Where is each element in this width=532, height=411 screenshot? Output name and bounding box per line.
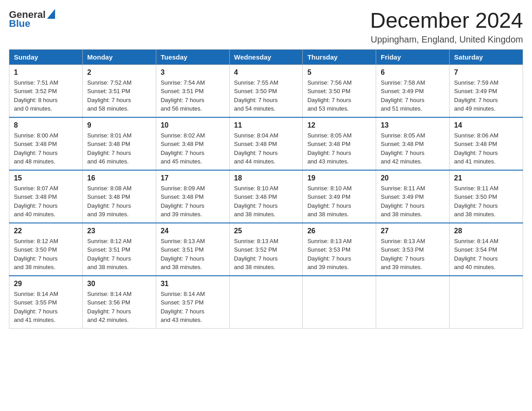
day-info: Sunrise: 8:14 AMSunset: 3:57 PMDaylight:… (161, 290, 225, 325)
calendar-cell: 2 Sunrise: 7:52 AMSunset: 3:51 PMDayligh… (82, 64, 156, 117)
day-number: 25 (234, 227, 298, 235)
day-info: Sunrise: 8:14 AMSunset: 3:56 PMDaylight:… (87, 290, 151, 325)
calendar-cell: 21 Sunrise: 8:11 AMSunset: 3:50 PMDaylig… (450, 170, 523, 223)
weekday-header-saturday: Saturday (450, 49, 523, 64)
day-number: 14 (454, 121, 518, 129)
calendar-cell: 4 Sunrise: 7:55 AMSunset: 3:50 PMDayligh… (229, 64, 303, 117)
calendar-cell (229, 276, 303, 329)
day-info: Sunrise: 8:12 AMSunset: 3:51 PMDaylight:… (87, 237, 151, 272)
day-number: 18 (234, 174, 298, 182)
calendar-table: SundayMondayTuesdayWednesdayThursdayFrid… (9, 49, 523, 329)
day-number: 28 (454, 227, 518, 235)
calendar-cell: 22 Sunrise: 8:12 AMSunset: 3:50 PMDaylig… (9, 223, 83, 276)
day-number: 7 (454, 68, 518, 77)
day-info: Sunrise: 8:05 AMSunset: 3:48 PMDaylight:… (381, 131, 445, 166)
day-number: 11 (234, 121, 298, 129)
calendar-cell: 3 Sunrise: 7:54 AMSunset: 3:51 PMDayligh… (156, 64, 229, 117)
week-row-5: 29 Sunrise: 8:14 AMSunset: 3:55 PMDaylig… (9, 276, 523, 329)
day-number: 21 (454, 174, 518, 182)
day-info: Sunrise: 8:14 AMSunset: 3:54 PMDaylight:… (454, 237, 518, 272)
day-number: 13 (381, 121, 445, 129)
day-number: 27 (381, 227, 445, 235)
day-info: Sunrise: 7:55 AMSunset: 3:50 PMDaylight:… (234, 78, 298, 113)
calendar-cell: 19 Sunrise: 8:10 AMSunset: 3:49 PMDaylig… (303, 170, 376, 223)
calendar-cell: 1 Sunrise: 7:51 AMSunset: 3:52 PMDayligh… (9, 64, 83, 117)
day-info: Sunrise: 8:10 AMSunset: 3:48 PMDaylight:… (234, 184, 298, 219)
calendar-cell: 8 Sunrise: 8:00 AMSunset: 3:48 PMDayligh… (9, 117, 83, 170)
day-number: 24 (161, 227, 225, 235)
weekday-header-thursday: Thursday (303, 49, 376, 64)
calendar-cell (376, 276, 450, 329)
day-info: Sunrise: 8:09 AMSunset: 3:48 PMDaylight:… (161, 184, 225, 219)
day-number: 23 (87, 227, 151, 235)
day-number: 22 (14, 227, 78, 235)
calendar-cell: 13 Sunrise: 8:05 AMSunset: 3:48 PMDaylig… (376, 117, 450, 170)
day-info: Sunrise: 7:59 AMSunset: 3:49 PMDaylight:… (454, 78, 518, 113)
svg-marker-0 (47, 9, 55, 19)
day-info: Sunrise: 8:13 AMSunset: 3:52 PMDaylight:… (234, 237, 298, 272)
day-number: 12 (307, 121, 371, 129)
week-row-4: 22 Sunrise: 8:12 AMSunset: 3:50 PMDaylig… (9, 223, 523, 276)
day-number: 19 (307, 174, 371, 182)
day-number: 9 (87, 121, 151, 129)
calendar-cell: 11 Sunrise: 8:04 AMSunset: 3:48 PMDaylig… (229, 117, 303, 170)
calendar-cell: 20 Sunrise: 8:11 AMSunset: 3:49 PMDaylig… (376, 170, 450, 223)
calendar-cell: 31 Sunrise: 8:14 AMSunset: 3:57 PMDaylig… (156, 276, 229, 329)
day-info: Sunrise: 8:12 AMSunset: 3:50 PMDaylight:… (14, 237, 78, 272)
weekday-header-wednesday: Wednesday (229, 49, 303, 64)
day-info: Sunrise: 8:01 AMSunset: 3:48 PMDaylight:… (87, 131, 151, 166)
day-number: 26 (307, 227, 371, 235)
calendar-cell: 9 Sunrise: 8:01 AMSunset: 3:48 PMDayligh… (82, 117, 156, 170)
day-number: 20 (381, 174, 445, 182)
day-number: 2 (87, 68, 151, 77)
day-number: 30 (87, 280, 151, 288)
week-row-2: 8 Sunrise: 8:00 AMSunset: 3:48 PMDayligh… (9, 117, 523, 170)
calendar-cell: 29 Sunrise: 8:14 AMSunset: 3:55 PMDaylig… (9, 276, 83, 329)
logo-text-blue: Blue (9, 18, 30, 30)
day-number: 31 (161, 280, 225, 288)
weekday-header-tuesday: Tuesday (156, 49, 229, 64)
weekday-header-friday: Friday (376, 49, 450, 64)
page-header: General Blue December 2024 Uppingham, En… (9, 9, 523, 45)
calendar-cell: 16 Sunrise: 8:08 AMSunset: 3:48 PMDaylig… (82, 170, 156, 223)
day-info: Sunrise: 8:05 AMSunset: 3:48 PMDaylight:… (307, 131, 371, 166)
month-title: December 2024 (370, 9, 523, 33)
day-info: Sunrise: 8:06 AMSunset: 3:48 PMDaylight:… (454, 131, 518, 166)
day-number: 1 (14, 68, 78, 77)
calendar-cell: 14 Sunrise: 8:06 AMSunset: 3:48 PMDaylig… (450, 117, 523, 170)
day-number: 15 (14, 174, 78, 182)
logo: General Blue (9, 9, 55, 30)
day-info: Sunrise: 8:11 AMSunset: 3:50 PMDaylight:… (454, 184, 518, 219)
weekday-header-row: SundayMondayTuesdayWednesdayThursdayFrid… (9, 49, 523, 64)
calendar-cell: 18 Sunrise: 8:10 AMSunset: 3:48 PMDaylig… (229, 170, 303, 223)
day-number: 4 (234, 68, 298, 77)
day-info: Sunrise: 7:56 AMSunset: 3:50 PMDaylight:… (307, 78, 371, 113)
day-info: Sunrise: 8:14 AMSunset: 3:55 PMDaylight:… (14, 290, 78, 325)
day-info: Sunrise: 7:51 AMSunset: 3:52 PMDaylight:… (14, 78, 78, 113)
weekday-header-sunday: Sunday (9, 49, 83, 64)
calendar-cell: 23 Sunrise: 8:12 AMSunset: 3:51 PMDaylig… (82, 223, 156, 276)
day-number: 5 (307, 68, 371, 77)
location-title: Uppingham, England, United Kingdom (370, 34, 523, 45)
day-info: Sunrise: 8:13 AMSunset: 3:53 PMDaylight:… (381, 237, 445, 272)
calendar-cell: 7 Sunrise: 7:59 AMSunset: 3:49 PMDayligh… (450, 64, 523, 117)
weekday-header-monday: Monday (82, 49, 156, 64)
calendar-cell: 5 Sunrise: 7:56 AMSunset: 3:50 PMDayligh… (303, 64, 376, 117)
day-number: 8 (14, 121, 78, 129)
day-number: 16 (87, 174, 151, 182)
calendar-cell: 24 Sunrise: 8:13 AMSunset: 3:51 PMDaylig… (156, 223, 229, 276)
day-number: 3 (161, 68, 225, 77)
day-info: Sunrise: 8:07 AMSunset: 3:48 PMDaylight:… (14, 184, 78, 219)
calendar-cell (450, 276, 523, 329)
day-info: Sunrise: 8:02 AMSunset: 3:48 PMDaylight:… (161, 131, 225, 166)
calendar-cell: 25 Sunrise: 8:13 AMSunset: 3:52 PMDaylig… (229, 223, 303, 276)
week-row-1: 1 Sunrise: 7:51 AMSunset: 3:52 PMDayligh… (9, 64, 523, 117)
day-info: Sunrise: 8:13 AMSunset: 3:53 PMDaylight:… (307, 237, 371, 272)
day-info: Sunrise: 8:00 AMSunset: 3:48 PMDaylight:… (14, 131, 78, 166)
calendar-cell: 30 Sunrise: 8:14 AMSunset: 3:56 PMDaylig… (82, 276, 156, 329)
week-row-3: 15 Sunrise: 8:07 AMSunset: 3:48 PMDaylig… (9, 170, 523, 223)
day-info: Sunrise: 8:10 AMSunset: 3:49 PMDaylight:… (307, 184, 371, 219)
day-number: 17 (161, 174, 225, 182)
calendar-cell: 17 Sunrise: 8:09 AMSunset: 3:48 PMDaylig… (156, 170, 229, 223)
title-section: December 2024 Uppingham, England, United… (370, 9, 523, 45)
